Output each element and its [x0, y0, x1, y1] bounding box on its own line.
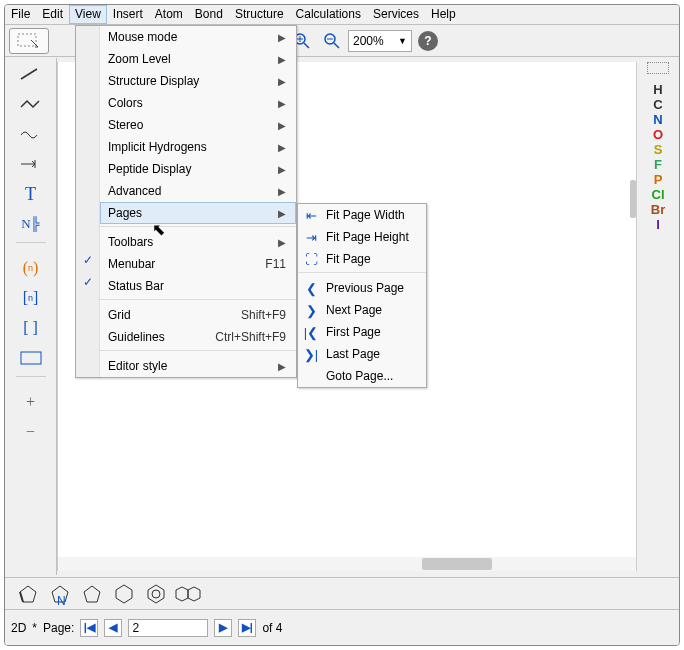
- element-h[interactable]: H: [647, 82, 669, 97]
- element-f[interactable]: F: [647, 157, 669, 172]
- wavy-bond-tool[interactable]: [15, 122, 47, 146]
- submenu-arrow-icon: ▶: [278, 361, 286, 372]
- cyclopentane-tool[interactable]: [79, 581, 105, 607]
- menuitem-peptide-display[interactable]: Peptide Display▶: [100, 158, 296, 180]
- page-number-input[interactable]: 2: [128, 619, 208, 637]
- single-bond-tool[interactable]: [15, 62, 47, 86]
- menuitem-status-bar[interactable]: Status Bar: [100, 275, 296, 297]
- submenuitem-fit-page-width[interactable]: ⇤Fit Page Width: [298, 204, 426, 226]
- menuitem-editor-style[interactable]: Editor style▶: [100, 355, 296, 377]
- menuitem-guidelines[interactable]: GuidelinesCtrl+Shift+F9: [100, 326, 296, 348]
- selection-tool-button[interactable]: [9, 28, 49, 54]
- menuitem-colors[interactable]: Colors▶: [100, 92, 296, 114]
- menuitem-label: Menubar: [108, 257, 155, 271]
- menuitem-toolbars[interactable]: Toolbars▶: [100, 231, 296, 253]
- zoom-out-button[interactable]: [318, 28, 346, 54]
- menu-file[interactable]: File: [5, 5, 36, 24]
- menu-edit[interactable]: Edit: [36, 5, 69, 24]
- submenuitem-goto-page-[interactable]: Goto Page...: [298, 365, 426, 387]
- element-s[interactable]: S: [647, 142, 669, 157]
- element-br[interactable]: Br: [647, 202, 669, 217]
- menuitem-grid[interactable]: GridShift+F9: [100, 304, 296, 326]
- bracket-square-n-tool[interactable]: [n]: [15, 286, 47, 310]
- bracket-round-tool[interactable]: (n): [15, 256, 47, 280]
- periodic-table-button[interactable]: [647, 62, 669, 74]
- menuitem-advanced[interactable]: Advanced▶: [100, 180, 296, 202]
- bracket-square-tool[interactable]: [ ]: [15, 316, 47, 340]
- prev-page-button[interactable]: ◀: [104, 619, 122, 637]
- submenuitem-last-page[interactable]: ❯|Last Page: [298, 343, 426, 365]
- view-menu: ✓✓ Mouse mode▶Zoom Level▶Structure Displ…: [75, 25, 297, 378]
- menuitem-implicit-hydrogens[interactable]: Implicit Hydrogens▶: [100, 136, 296, 158]
- first-page-button[interactable]: |◀: [80, 619, 98, 637]
- submenu-arrow-icon: ▶: [278, 237, 286, 248]
- svg-rect-0: [18, 34, 36, 46]
- rectangle-tool[interactable]: [15, 346, 47, 370]
- element-i[interactable]: I: [647, 217, 669, 232]
- submenu-icon: ⇤: [302, 208, 320, 223]
- svg-line-2: [304, 43, 309, 48]
- benzene-tool[interactable]: [143, 581, 169, 607]
- submenuitem-label: Previous Page: [326, 281, 404, 295]
- submenuitem-first-page[interactable]: |❮First Page: [298, 321, 426, 343]
- chain-tool[interactable]: [15, 92, 47, 116]
- element-p[interactable]: P: [647, 172, 669, 187]
- menu-services[interactable]: Services: [367, 5, 425, 24]
- menu-structure[interactable]: Structure: [229, 5, 290, 24]
- submenuitem-fit-page-height[interactable]: ⇥Fit Page Height: [298, 226, 426, 248]
- submenuitem-fit-page[interactable]: ⛶Fit Page: [298, 248, 426, 270]
- menuitem-zoom-level[interactable]: Zoom Level▶: [100, 48, 296, 70]
- submenuitem-label: Fit Page Width: [326, 208, 405, 222]
- plus-tool[interactable]: +: [15, 390, 47, 414]
- submenu-arrow-icon: ▶: [278, 164, 286, 175]
- menu-atom[interactable]: Atom: [149, 5, 189, 24]
- element-n[interactable]: N: [647, 112, 669, 127]
- menu-insert[interactable]: Insert: [107, 5, 149, 24]
- menuitem-label: Status Bar: [108, 279, 164, 293]
- submenuitem-label: Goto Page...: [326, 369, 393, 383]
- menuitem-label: Stereo: [108, 118, 143, 132]
- menu-bond[interactable]: Bond: [189, 5, 229, 24]
- submenuitem-label: Last Page: [326, 347, 380, 361]
- menuitem-stereo[interactable]: Stereo▶: [100, 114, 296, 136]
- dropdown-icon: ▼: [398, 36, 407, 46]
- submenuitem-label: First Page: [326, 325, 381, 339]
- fused-ring-tool[interactable]: [175, 581, 201, 607]
- minus-tool[interactable]: −: [15, 420, 47, 444]
- submenuitem-label: Next Page: [326, 303, 382, 317]
- svg-text:N: N: [57, 594, 66, 605]
- submenu-icon: ❯|: [302, 347, 320, 362]
- menuitem-menubar[interactable]: MenubarF11: [100, 253, 296, 275]
- menuitem-structure-display[interactable]: Structure Display▶: [100, 70, 296, 92]
- label-tool[interactable]: N╠: [15, 212, 47, 236]
- cyclopentadiene-tool[interactable]: [15, 581, 41, 607]
- help-button[interactable]: ?: [418, 31, 438, 51]
- zoom-level-select[interactable]: 200% ▼: [348, 30, 412, 52]
- mode-indicator: 2D: [11, 621, 26, 635]
- text-tool[interactable]: T: [15, 182, 47, 206]
- submenuitem-next-page[interactable]: ❯Next Page: [298, 299, 426, 321]
- menuitem-mouse-mode[interactable]: Mouse mode▶: [100, 26, 296, 48]
- element-cl[interactable]: Cl: [647, 187, 669, 202]
- directed-bond-tool[interactable]: [15, 152, 47, 176]
- element-o[interactable]: O: [647, 127, 669, 142]
- element-c[interactable]: C: [647, 97, 669, 112]
- svg-line-6: [334, 43, 339, 48]
- menu-help[interactable]: Help: [425, 5, 462, 24]
- svg-marker-17: [116, 585, 132, 603]
- horizontal-scrollbar[interactable]: [58, 557, 636, 571]
- cyclopentadiene-n-tool[interactable]: N: [47, 581, 73, 607]
- menu-calculations[interactable]: Calculations: [290, 5, 367, 24]
- vertical-scroll-thumb[interactable]: [630, 180, 636, 218]
- horizontal-scroll-thumb[interactable]: [422, 558, 492, 570]
- last-page-button[interactable]: ▶|: [238, 619, 256, 637]
- menu-view[interactable]: View: [69, 5, 107, 24]
- svg-marker-18: [148, 585, 164, 603]
- menuitem-label: Grid: [108, 308, 131, 322]
- svg-marker-21: [188, 587, 200, 601]
- cyclohexane-tool[interactable]: [111, 581, 137, 607]
- submenuitem-previous-page[interactable]: ❮Previous Page: [298, 277, 426, 299]
- menuitem-pages[interactable]: Pages▶: [100, 202, 296, 224]
- next-page-button[interactable]: ▶: [214, 619, 232, 637]
- submenu-arrow-icon: ▶: [278, 120, 286, 131]
